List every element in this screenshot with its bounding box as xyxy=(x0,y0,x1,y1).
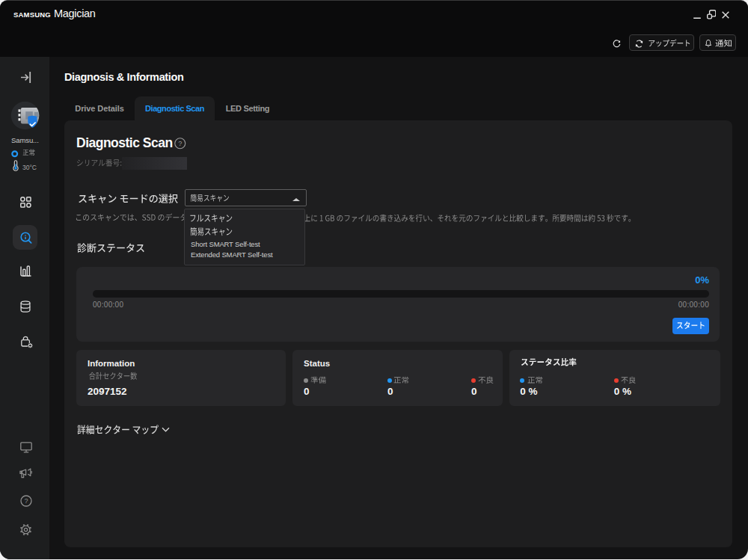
svg-text:?: ? xyxy=(24,497,28,505)
svg-text:?: ? xyxy=(178,140,182,147)
